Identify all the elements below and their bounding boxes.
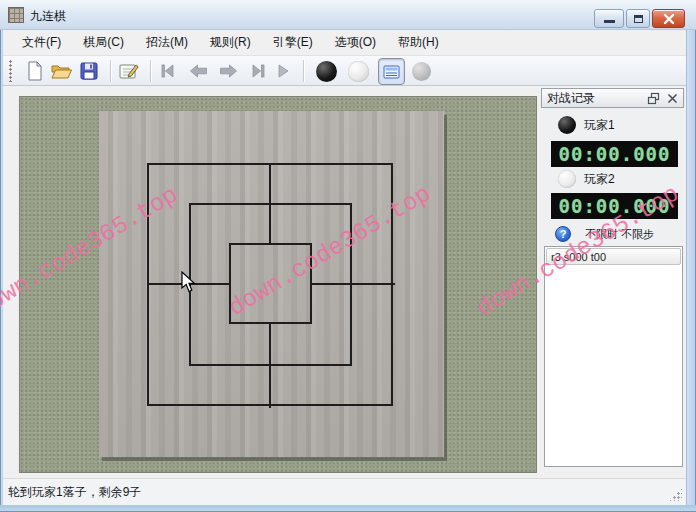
white-stone-icon [348, 61, 369, 82]
toolbar-separator [303, 60, 304, 82]
maximize-button[interactable] [626, 9, 650, 28]
menu-options[interactable]: 选项(O) [324, 29, 387, 56]
minimize-icon [604, 20, 615, 23]
toolbar-separator [110, 60, 111, 82]
titlebar: 九连棋 [0, 0, 696, 30]
play-icon [276, 63, 290, 79]
save-game-button[interactable] [77, 59, 101, 83]
board-view-icon [383, 65, 400, 79]
maximize-icon [634, 15, 643, 23]
resize-grip-icon[interactable] [669, 488, 682, 501]
status-text: 轮到玩家1落子，剩余9子 [8, 484, 141, 501]
statusbar: 轮到玩家1落子，剩余9子 [3, 478, 686, 505]
go-last-icon [250, 63, 267, 79]
right-cross-line [312, 283, 395, 285]
player2-timer: 00:00.000 [551, 193, 678, 219]
edit-icon [119, 62, 139, 81]
rules-text: 不限时 不限步 [585, 227, 654, 242]
gray-stone-icon [412, 62, 431, 81]
menu-rules[interactable]: 规则(R) [199, 29, 262, 56]
player1-timer: 00:00.000 [551, 141, 678, 167]
rules-row: ? 不限时 不限步 [541, 224, 684, 244]
move-list-item[interactable]: r3 s000 t00 [546, 248, 681, 265]
bottom-cross-line [269, 324, 271, 408]
game-board-view[interactable] [19, 96, 537, 473]
match-record-panel: 对战记录 玩家1 00:00.000 玩家2 00:00.000 ? 不限时 [541, 88, 684, 473]
go-previous-icon [189, 64, 208, 78]
help-icon[interactable]: ? [555, 226, 571, 242]
panel-titlebar: 对战记录 [541, 88, 684, 108]
inner-square [229, 243, 312, 324]
app-icon [8, 7, 24, 23]
move-list[interactable]: r3 s000 t00 [544, 246, 683, 467]
menu-game[interactable]: 棋局(C) [72, 29, 135, 56]
app-window: 九连棋 文件(F) 棋局(C) 招法(M) 规则(R) 引擎(E) 选项(O) … [0, 0, 696, 512]
close-panel-icon[interactable] [666, 92, 679, 105]
player1-stone-icon [558, 116, 576, 134]
window-border-left [0, 30, 3, 512]
toolbar-grip[interactable] [9, 60, 13, 82]
white-player-button[interactable] [346, 59, 370, 83]
player1-label: 玩家1 [584, 117, 615, 134]
open-folder-icon [51, 62, 72, 80]
board-view-button[interactable] [378, 58, 405, 85]
go-previous-button[interactable] [186, 59, 210, 83]
close-icon [663, 13, 675, 25]
gray-player-button[interactable] [409, 59, 433, 83]
black-stone-icon [316, 61, 337, 82]
menu-moves[interactable]: 招法(M) [135, 29, 199, 56]
save-icon [80, 62, 98, 80]
edit-move-button[interactable] [117, 59, 141, 83]
toolbar [3, 56, 686, 86]
menu-engine[interactable]: 引擎(E) [262, 29, 324, 56]
panel-title: 对战记录 [547, 90, 595, 107]
go-next-icon [219, 64, 238, 78]
player2-label: 玩家2 [584, 171, 615, 188]
top-cross-line [269, 163, 271, 245]
menubar: 文件(F) 棋局(C) 招法(M) 规则(R) 引擎(E) 选项(O) 帮助(H… [3, 30, 686, 56]
go-first-button[interactable] [155, 59, 179, 83]
new-document-icon [26, 61, 44, 81]
autoplay-button[interactable] [271, 59, 295, 83]
black-player-button[interactable] [314, 59, 338, 83]
close-button[interactable] [652, 9, 685, 28]
mouse-cursor [181, 271, 196, 293]
window-border-right [686, 30, 696, 512]
player2-row: 玩家2 [541, 168, 684, 190]
go-first-icon [159, 63, 176, 79]
window-border-bottom [0, 505, 696, 512]
menu-file[interactable]: 文件(F) [11, 29, 72, 56]
player1-row: 玩家1 [541, 114, 684, 136]
morris-board[interactable] [99, 111, 444, 457]
toolbar-separator [150, 60, 151, 82]
menu-help[interactable]: 帮助(H) [387, 29, 450, 56]
minimize-button[interactable] [594, 9, 624, 28]
new-game-button[interactable] [23, 59, 47, 83]
open-game-button[interactable] [49, 59, 73, 83]
player2-stone-icon [558, 170, 576, 188]
window-title: 九连棋 [30, 8, 66, 25]
go-next-button[interactable] [216, 59, 240, 83]
go-last-button[interactable] [246, 59, 270, 83]
float-panel-icon[interactable] [647, 92, 660, 105]
